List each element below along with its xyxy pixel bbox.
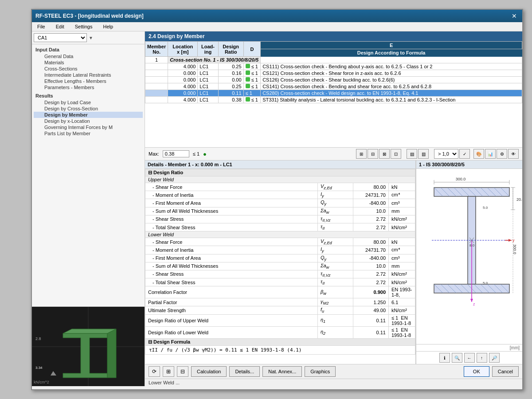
table-area: MemberNo. Locationx [m] Load-ing DesignR… xyxy=(145,41,522,148)
status-dot xyxy=(246,84,250,88)
sidebar-item-design-member[interactable]: Design by Member xyxy=(34,112,143,118)
toolbar-btn-5[interactable]: ▤ xyxy=(407,149,417,159)
svg-text:2.8: 2.8 xyxy=(35,336,41,341)
col-header-formula: Design According to Formula xyxy=(261,49,522,57)
svg-text:y: y xyxy=(512,238,515,243)
status-dot xyxy=(246,77,250,82)
toolbar-btn-color1[interactable]: 🎨 xyxy=(473,149,484,159)
status-dot xyxy=(246,64,250,68)
diagram-btn-info[interactable]: ℹ xyxy=(439,353,450,363)
menu-edit[interactable]: Edit xyxy=(54,23,66,30)
menu-settings[interactable]: Settings xyxy=(73,23,94,30)
table-row[interactable]: 0.000 LC1 0.16 ≤ 1 CS121) Cross-section … xyxy=(145,70,522,77)
sidebar-item-design-cross-section[interactable]: Design by Cross-Section xyxy=(34,106,143,112)
status-bar: Lower Weld ... xyxy=(145,379,522,386)
details-row: - First Moment of Area Qy -840.00 cm³ xyxy=(145,199,415,207)
toolbar-btn-check[interactable]: ✓ xyxy=(459,149,470,159)
table-row[interactable]: 0.000 LC1 0.00 ≤ 1 CS126) Cross-section … xyxy=(145,77,522,83)
lower-weld-row: Lower Weld xyxy=(145,231,415,238)
table-row[interactable]: 4.000 LC1 0.38 ≤ 1 ST331) Stability anal… xyxy=(145,97,522,103)
details-content[interactable]: ⊟ Design Ratio Upper Weld - Shear Force … xyxy=(145,169,415,364)
sidebar-item-parameters[interactable]: Parameters - Members xyxy=(34,84,143,90)
nat-annex-button[interactable]: Nat. Annex... xyxy=(262,366,302,377)
sidebar-item-intermediate[interactable]: Intermediate Lateral Restraints xyxy=(34,72,143,78)
window-title: RF-STEEL EC3 - [longitudinal weld design… xyxy=(35,13,144,19)
diagram-btn-zoom[interactable]: 🔎 xyxy=(489,353,500,363)
toolbar-icon-btn-1[interactable]: ⟳ xyxy=(149,366,160,377)
right-content: 2.4 Design by Member MemberNo. Locationx… xyxy=(145,31,522,386)
toolbar-icon-btn-2[interactable]: ⊞ xyxy=(163,366,174,377)
calculation-button[interactable]: Calculation xyxy=(191,366,227,377)
3d-view: 2.8 3.34 kN/cm^2 xyxy=(32,306,145,386)
svg-marker-7 xyxy=(51,371,56,376)
details-row: - Sum of All Weld Thicknesses Σaw 10.0 m… xyxy=(145,207,415,215)
diagram-btn-left[interactable]: ← xyxy=(464,353,475,363)
col-header-d: D xyxy=(243,42,261,57)
design-formula-section: ⊟ Design Formula xyxy=(145,338,415,345)
menu-file[interactable]: File xyxy=(35,23,47,30)
svg-text:20.0: 20.0 xyxy=(516,197,522,202)
toolbar-btn-4[interactable]: ⊡ xyxy=(391,149,401,159)
sidebar-item-effective-lengths[interactable]: Effective Lengths - Members xyxy=(34,78,143,84)
graphics-button[interactable]: Graphics xyxy=(305,366,336,377)
sidebar-item-design-load-case[interactable]: Design by Load Case xyxy=(34,99,143,106)
toolbar-btn-3[interactable]: ⊠ xyxy=(379,149,390,159)
details-row: - Sum of All Weld Thicknesses Σaw 10.0 m… xyxy=(145,262,415,270)
details-row: Correlation Factor βw 0.900 EN 1993-1-8, xyxy=(145,286,415,298)
status-dot xyxy=(246,97,250,102)
ok-button[interactable]: OK xyxy=(464,366,489,377)
cancel-button[interactable]: Cancel xyxy=(492,366,519,377)
details-row: - Shear Force Vz,Ed 80.00 kN xyxy=(145,238,415,246)
sidebar-item-parts-list[interactable]: Parts List by Member xyxy=(34,130,143,137)
details-row: Partial Factor γM2 1.250 6.1 xyxy=(145,298,415,306)
svg-text:5.0: 5.0 xyxy=(483,206,488,210)
title-bar: RF-STEEL EC3 - [longitudinal weld design… xyxy=(32,10,522,22)
table-row-selected[interactable]: 0.000 LC1 0.11 ≤ 1 CS280) Cross-section … xyxy=(145,90,522,97)
sidebar-item-general-data[interactable]: General Data xyxy=(34,53,143,59)
formula-row: τII / fu / (√3 βw γM2)) = 0.11 ≤ 1 EN 19… xyxy=(145,345,415,354)
table-row[interactable]: 4.000 LC1 0.25 ≤ 1 CS141) Cross-section … xyxy=(145,83,522,90)
toolbar-btn-view[interactable]: 👁 xyxy=(508,149,519,159)
details-table: ⊟ Design Ratio Upper Weld - Shear Force … xyxy=(145,169,415,355)
details-left: Details - Member 1 - x: 0.000 m - LC1 ⊟ … xyxy=(145,160,416,364)
menu-bar: File Edit Settings Help xyxy=(32,22,522,31)
max-row: Max: ≤ 1 ● ⊞ ⊟ ⊠ ⊡ ▤ ▥ > 1,0 ✓ xyxy=(145,148,522,160)
toolbar-icon-btn-3[interactable]: ⊟ xyxy=(177,366,188,377)
toolbar-btn-color2[interactable]: 📊 xyxy=(485,149,496,159)
toolbar-btn-6[interactable]: ▥ xyxy=(418,149,429,159)
left-panel: CA1 ▼ Input Data General Data Materials … xyxy=(32,31,145,386)
sidebar-item-design-x-location[interactable]: Design by x-Location xyxy=(34,118,143,124)
sidebar-item-cross-sections[interactable]: Cross-Sections xyxy=(34,66,143,72)
details-row: - Shear Stress τII,Vz 2.72 kN/cm² xyxy=(145,215,415,223)
max-label: Max: xyxy=(149,151,159,156)
details-row: - Moment of Inertia Iy 24731.70 cm⁴ xyxy=(145,191,415,199)
diagram-btn-up[interactable]: ↑ xyxy=(477,353,487,363)
main-content: CA1 ▼ Input Data General Data Materials … xyxy=(32,31,522,386)
table-row[interactable]: 1 Cross-section No. 1 - IS 300/300/8/20/… xyxy=(145,57,522,63)
menu-help[interactable]: Help xyxy=(101,23,115,30)
col-header-member: MemberNo. xyxy=(145,42,168,57)
filter-dropdown[interactable]: > 1,0 xyxy=(434,149,458,159)
table-row[interactable]: 4.000 LC1 0.25 ≤ 1 CS111) Cross-section … xyxy=(145,63,522,70)
close-button[interactable]: ✕ xyxy=(510,12,519,20)
upper-weld-label: Upper Weld xyxy=(145,176,415,183)
design-formula-header: ⊟ Design Formula xyxy=(145,338,415,345)
lower-weld-label: Lower Weld xyxy=(145,231,415,238)
toolbar-btn-settings[interactable]: ⚙ xyxy=(497,149,507,159)
diagram-btn-search[interactable]: 🔍 xyxy=(452,353,462,363)
details-row: Ultimate Strength fu 49.00 kN/cm² xyxy=(145,306,415,314)
svg-text:300.0: 300.0 xyxy=(512,244,517,254)
sidebar-item-governing-internal[interactable]: Governing Internal Forces by M xyxy=(34,124,143,130)
upper-weld-row: Upper Weld xyxy=(145,176,415,183)
ca-dropdown[interactable]: CA1 xyxy=(34,33,87,42)
toolbar-btn-1[interactable]: ⊞ xyxy=(356,149,367,159)
sidebar-item-materials[interactable]: Materials xyxy=(34,59,143,66)
col-header-e: E xyxy=(261,42,522,49)
spacer3 xyxy=(471,149,473,159)
details-button[interactable]: Details... xyxy=(229,366,260,377)
toolbar-btn-2[interactable]: ⊟ xyxy=(368,149,378,159)
details-row: Design Ratio of Lower Weld η2 0.11 ≤ 1 E… xyxy=(145,326,415,338)
details-row: - Shear Stress τII,Vz 2.72 kN/cm² xyxy=(145,270,415,278)
ca-selector: CA1 ▼ xyxy=(32,31,145,44)
max-value-input[interactable] xyxy=(163,150,189,157)
